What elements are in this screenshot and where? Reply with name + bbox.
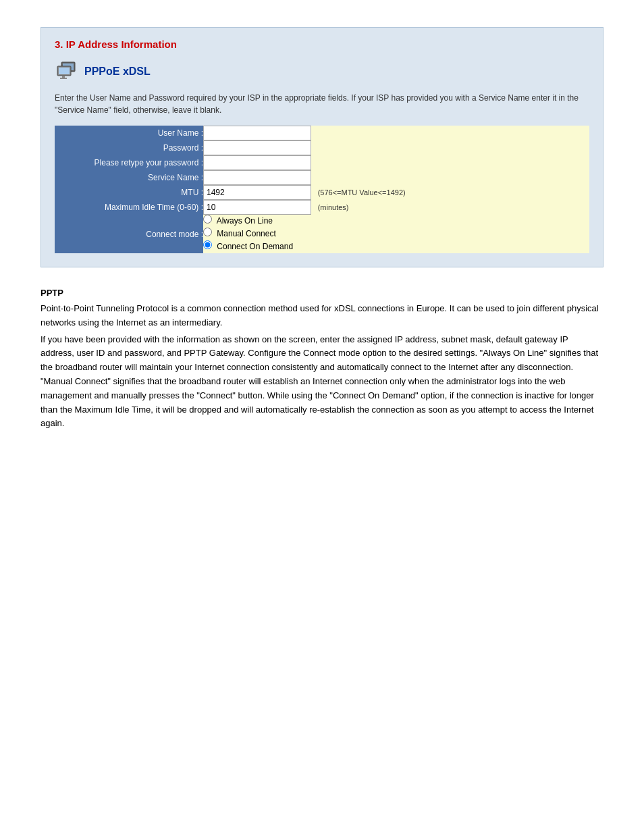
- description-text: Enter the User Name and Password require…: [55, 92, 589, 116]
- always-on-line-radio[interactable]: [203, 215, 212, 224]
- idle-time-cell: (minutes): [203, 200, 589, 215]
- service-name-input[interactable]: [203, 170, 311, 185]
- user-name-row: User Name :: [55, 126, 589, 140]
- connect-mode-cell: Always On Line Manual Connect Connect On…: [203, 215, 589, 253]
- pptp-paragraph-2: If you have been provided with the infor…: [41, 333, 603, 432]
- idle-time-hint: (minutes): [318, 203, 349, 211]
- always-on-line-label: Always On Line: [217, 216, 273, 226]
- password-label: Password :: [55, 140, 203, 155]
- retype-password-cell: [203, 155, 589, 170]
- connect-mode-label: Connect mode :: [55, 215, 203, 253]
- mtu-row: MTU : (576<=MTU Value<=1492): [55, 185, 589, 200]
- password-row: Password :: [55, 140, 589, 155]
- pppoe-header: PPPoE xDSL: [55, 59, 589, 84]
- idle-time-label: Maximum Idle Time (0-60) :: [55, 200, 203, 215]
- mtu-hint: (576<=MTU Value<=1492): [318, 188, 406, 197]
- ip-address-section: 3. IP Address Information PPPoE xDSL: [41, 27, 603, 267]
- retype-password-label: Please retype your password :: [55, 155, 203, 170]
- svg-rect-7: [60, 78, 67, 79]
- form-table: User Name : Password : Please retype you…: [55, 126, 589, 253]
- manual-connect-label: Manual Connect: [217, 229, 275, 238]
- user-name-input[interactable]: [203, 126, 311, 140]
- always-on-line-option[interactable]: Always On Line: [203, 215, 589, 226]
- pppoe-title: PPPoE xDSL: [84, 66, 151, 78]
- manual-connect-option[interactable]: Manual Connect: [203, 228, 589, 238]
- pptp-title: PPTP: [41, 288, 603, 298]
- user-name-cell: [203, 126, 589, 140]
- mtu-input[interactable]: [203, 185, 311, 200]
- connect-on-demand-option[interactable]: Connect On Demand: [203, 240, 589, 251]
- pppoe-icon: [55, 59, 79, 84]
- connect-on-demand-label: Connect On Demand: [217, 242, 293, 251]
- service-name-label: Service Name :: [55, 170, 203, 185]
- connect-mode-row: Connect mode : Always On Line Manual Con…: [55, 215, 589, 253]
- retype-password-row: Please retype your password :: [55, 155, 589, 170]
- service-name-cell: [203, 170, 589, 185]
- service-name-row: Service Name :: [55, 170, 589, 185]
- retype-password-input[interactable]: [203, 155, 311, 170]
- user-name-label: User Name :: [55, 126, 203, 140]
- pptp-body: Point-to-Point Tunneling Protocol is a c…: [41, 302, 603, 431]
- mtu-cell: (576<=MTU Value<=1492): [203, 185, 589, 200]
- mtu-label: MTU :: [55, 185, 203, 200]
- section-title: 3. IP Address Information: [55, 38, 589, 50]
- idle-time-input[interactable]: [203, 200, 311, 215]
- password-cell: [203, 140, 589, 155]
- svg-rect-5: [59, 68, 70, 74]
- pptp-section: PPTP Point-to-Point Tunneling Protocol i…: [41, 288, 603, 431]
- pptp-paragraph-1: Point-to-Point Tunneling Protocol is a c…: [41, 302, 603, 330]
- password-input[interactable]: [203, 140, 311, 155]
- svg-rect-6: [62, 76, 65, 78]
- idle-time-row: Maximum Idle Time (0-60) : (minutes): [55, 200, 589, 215]
- connect-on-demand-radio[interactable]: [203, 240, 212, 249]
- manual-connect-radio[interactable]: [203, 228, 212, 236]
